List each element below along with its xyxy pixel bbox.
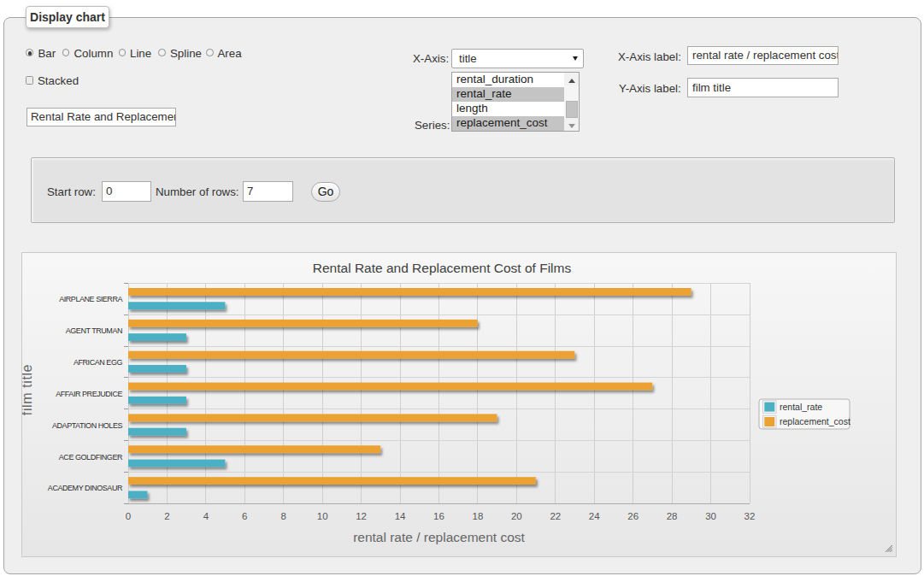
svg-text:rental_rate: rental_rate <box>780 402 822 412</box>
svg-text:32: 32 <box>744 511 756 521</box>
svg-text:rental rate / replacement cost: rental rate / replacement cost <box>353 530 525 544</box>
svg-text:ACE GOLDFINGER: ACE GOLDFINGER <box>59 453 123 461</box>
svg-text:AFFAIR PREJUDICE: AFFAIR PREJUDICE <box>56 390 122 398</box>
svg-text:AFRICAN EGG: AFRICAN EGG <box>74 358 123 367</box>
svg-text:AGENT TRUMAN: AGENT TRUMAN <box>66 326 122 335</box>
svg-text:4: 4 <box>203 511 209 521</box>
svg-text:12: 12 <box>356 511 367 521</box>
svg-text:26: 26 <box>627 511 639 521</box>
svg-text:10: 10 <box>317 511 328 521</box>
svg-text:ACADEMY DINOSAUR: ACADEMY DINOSAUR <box>48 484 123 492</box>
svg-text:8: 8 <box>281 511 286 521</box>
svg-text:28: 28 <box>667 511 678 521</box>
svg-text:0: 0 <box>126 511 131 521</box>
svg-text:20: 20 <box>511 511 522 521</box>
svg-text:30: 30 <box>705 511 716 521</box>
svg-text:6: 6 <box>242 511 247 521</box>
svg-text:2: 2 <box>164 511 169 521</box>
svg-text:22: 22 <box>550 511 561 521</box>
svg-text:Rental Rate and Replacement Co: Rental Rate and Replacement Cost of Film… <box>313 261 572 275</box>
svg-text:film title: film title <box>22 364 34 415</box>
svg-text:16: 16 <box>433 511 444 521</box>
svg-text:ADAPTATION HOLES: ADAPTATION HOLES <box>52 421 122 430</box>
svg-text:24: 24 <box>589 511 600 521</box>
svg-text:AIRPLANE SIERRA: AIRPLANE SIERRA <box>59 295 122 303</box>
svg-text:replacement_cost: replacement_cost <box>780 416 850 426</box>
svg-text:14: 14 <box>395 511 406 521</box>
svg-text:18: 18 <box>473 511 484 521</box>
